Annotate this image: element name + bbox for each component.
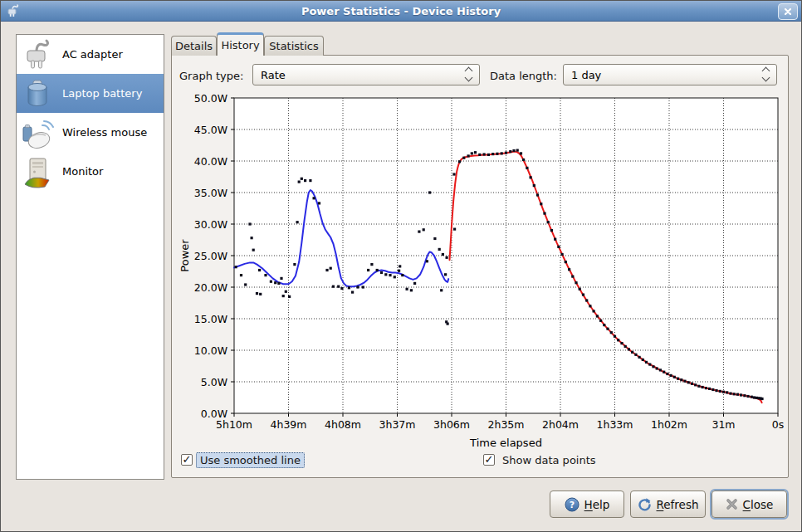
use-smoothed-line-checkbox[interactable]: ✓ xyxy=(181,454,193,466)
data-point xyxy=(666,373,668,375)
x-tick-label: 0s xyxy=(772,418,784,431)
sidebar-item-ac-adapter[interactable]: AC adapter xyxy=(17,35,164,74)
y-tick-label: 45.0W xyxy=(194,124,227,136)
x-tick-label: 5h10m xyxy=(216,418,252,431)
close-button[interactable]: Close xyxy=(712,491,787,518)
data-point xyxy=(288,295,291,298)
x-tick-label: 3h37m xyxy=(379,418,416,431)
data-point xyxy=(256,292,258,295)
data-point xyxy=(614,335,616,338)
data-point xyxy=(697,385,700,388)
data-point xyxy=(418,231,420,233)
y-tick-label: 30.0W xyxy=(194,218,227,231)
sidebar-item-monitor[interactable]: Monitor xyxy=(17,152,164,191)
data-point xyxy=(589,305,591,307)
data-point xyxy=(301,178,303,180)
x-tick-label: 1h02m xyxy=(651,418,687,431)
data-point xyxy=(351,291,354,294)
tab-history[interactable]: History xyxy=(217,32,264,56)
data-point xyxy=(687,381,690,383)
use-smoothed-line-option[interactable]: ✓ Use smoothed line xyxy=(181,452,305,467)
close-x-icon xyxy=(726,498,738,510)
data-point xyxy=(440,289,443,291)
data-point xyxy=(259,293,262,295)
data-point xyxy=(547,221,550,223)
data-point xyxy=(652,365,654,368)
sidebar-item-wireless-mouse[interactable]: Wireless mouse xyxy=(17,113,164,152)
data-point xyxy=(370,263,373,266)
data-point xyxy=(751,396,753,398)
data-point xyxy=(747,395,750,398)
data-point xyxy=(458,160,461,163)
combo-arrows-icon xyxy=(466,68,472,81)
data-point xyxy=(428,191,431,193)
data-point xyxy=(691,383,693,385)
data-point xyxy=(642,359,644,361)
data-point xyxy=(708,388,711,390)
data-point xyxy=(356,286,359,288)
data-point xyxy=(505,152,507,154)
data-point xyxy=(313,197,315,199)
data-point xyxy=(318,202,320,204)
close-button-label: Close xyxy=(743,498,774,511)
svg-text:?: ? xyxy=(569,500,574,510)
x-tick-label: 31m xyxy=(712,418,735,431)
titlebar: Power Statistics - Device History xyxy=(1,1,801,22)
data-point xyxy=(501,152,503,154)
show-data-points-option[interactable]: ✓ Show data points xyxy=(483,452,600,467)
data-point xyxy=(638,356,641,359)
data-point xyxy=(330,267,332,270)
x-tick-label: 1h33m xyxy=(597,418,633,431)
y-tick-label: 5.0W xyxy=(201,376,227,388)
data-point xyxy=(726,391,728,393)
data-point xyxy=(509,150,511,153)
data-point xyxy=(617,339,619,341)
tab-label: History xyxy=(221,39,259,51)
data-point xyxy=(471,152,473,154)
x-tick-label: 2h35m xyxy=(488,418,525,431)
data-point xyxy=(298,181,301,183)
data-point xyxy=(628,348,630,350)
data-length-label: Data length: xyxy=(490,70,557,82)
data-length-value: 1 day xyxy=(571,69,601,81)
data-point xyxy=(423,228,425,231)
data-point xyxy=(624,345,627,348)
show-data-points-checkbox[interactable]: ✓ xyxy=(483,454,495,466)
tab-details[interactable]: Details xyxy=(171,36,217,56)
window-close-button[interactable] xyxy=(778,3,798,20)
data-length-select[interactable]: 1 day xyxy=(563,64,777,85)
data-point xyxy=(543,212,545,215)
data-point xyxy=(478,154,481,156)
battery-icon xyxy=(21,77,54,110)
data-point xyxy=(512,149,515,152)
data-point xyxy=(582,294,584,296)
data-point xyxy=(401,274,403,276)
use-smoothed-line-label: Use smoothed line xyxy=(196,452,305,468)
data-point xyxy=(376,269,379,271)
close-icon xyxy=(784,7,792,16)
data-point xyxy=(398,270,400,272)
data-point xyxy=(530,176,532,178)
data-point xyxy=(561,253,564,256)
y-tick-label: 35.0W xyxy=(194,187,227,199)
help-button[interactable]: ? Help xyxy=(550,491,624,518)
sidebar-item-laptop-battery[interactable]: Laptop battery xyxy=(17,74,164,113)
data-point xyxy=(282,295,285,297)
data-point xyxy=(264,274,267,276)
data-point xyxy=(536,193,539,196)
data-point xyxy=(270,281,272,283)
graph-type-select[interactable]: Rate xyxy=(252,64,480,85)
data-point xyxy=(620,342,623,344)
data-point xyxy=(670,374,672,377)
data-point xyxy=(447,323,449,325)
data-point xyxy=(487,154,490,156)
y-tick-label: 15.0W xyxy=(194,313,227,325)
refresh-button[interactable]: Refresh xyxy=(630,491,706,518)
data-point xyxy=(389,274,391,276)
data-point xyxy=(648,364,651,366)
data-point xyxy=(677,378,679,380)
combo-arrows-icon xyxy=(763,68,769,81)
data-point xyxy=(631,351,633,354)
tab-statistics[interactable]: Statistics xyxy=(264,36,324,56)
x-tick-label: 4h39m xyxy=(271,418,307,431)
